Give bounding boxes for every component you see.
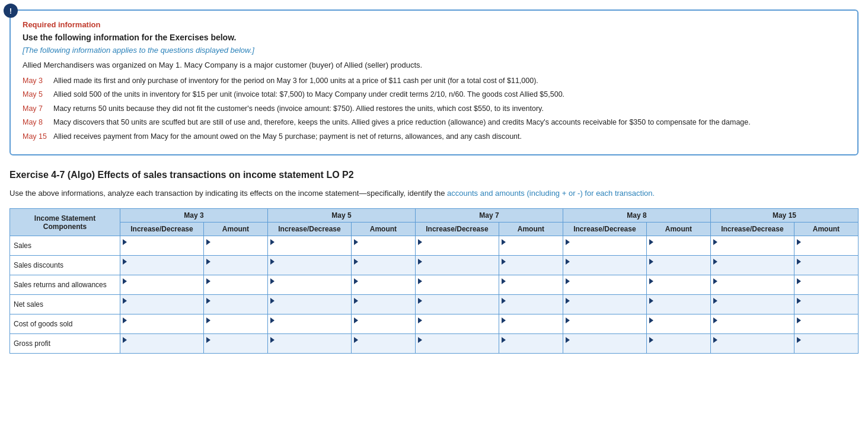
row-1-date1-amount-input[interactable] [354, 265, 413, 274]
row-1-date2-id-cell[interactable] [415, 256, 499, 275]
row-4-date0-id-cell[interactable] [120, 314, 204, 334]
row-0-date3-id-cell[interactable] [563, 236, 646, 256]
row-0-date1-amount-cell[interactable] [351, 236, 415, 256]
row-1-date3-id-input[interactable] [566, 265, 644, 274]
row-2-date4-amount-cell[interactable] [794, 275, 858, 295]
row-1-date3-id-cell[interactable] [563, 256, 646, 275]
row-0-date3-amount-cell[interactable] [646, 236, 710, 256]
row-1-date1-id-input[interactable] [270, 265, 349, 274]
row-1-date4-amount-cell[interactable] [794, 256, 858, 275]
row-4-date1-id-input[interactable] [270, 324, 349, 332]
row-4-date0-amount-cell[interactable] [203, 314, 267, 334]
row-4-date2-id-input[interactable] [418, 324, 496, 332]
row-3-date3-amount-cell[interactable] [646, 295, 710, 314]
row-4-date3-amount-input[interactable] [649, 324, 708, 332]
row-3-date4-amount-cell[interactable] [794, 295, 858, 314]
row-2-date0-id-input[interactable] [123, 285, 201, 293]
row-2-date4-id-cell[interactable] [710, 275, 794, 295]
row-1-date0-id-input[interactable] [123, 265, 201, 274]
row-2-date1-amount-cell[interactable] [351, 275, 415, 295]
row-4-date1-amount-input[interactable] [354, 324, 413, 332]
row-4-date2-amount-cell[interactable] [499, 314, 563, 334]
row-3-date1-id-input[interactable] [270, 304, 349, 313]
row-0-date4-amount-cell[interactable] [794, 236, 858, 256]
row-3-date4-amount-input[interactable] [797, 304, 856, 313]
row-1-date0-amount-cell[interactable] [203, 256, 267, 275]
row-2-date2-amount-cell[interactable] [499, 275, 563, 295]
row-1-date2-amount-cell[interactable] [499, 256, 563, 275]
row-1-date4-id-cell[interactable] [710, 256, 794, 275]
row-5-date2-amount-input[interactable] [502, 344, 560, 352]
row-4-date0-amount-input[interactable] [206, 324, 265, 332]
row-0-date2-amount-cell[interactable] [499, 236, 563, 256]
row-5-date3-amount-input[interactable] [649, 344, 708, 352]
row-4-date0-id-input[interactable] [123, 324, 201, 332]
row-4-date1-id-cell[interactable] [268, 314, 352, 334]
row-1-date3-amount-cell[interactable] [646, 256, 710, 275]
row-0-date0-id-input[interactable] [123, 246, 201, 254]
row-5-date1-amount-input[interactable] [354, 344, 413, 352]
row-4-date2-id-cell[interactable] [415, 314, 499, 334]
row-1-date1-amount-cell[interactable] [351, 256, 415, 275]
row-1-date4-amount-input[interactable] [797, 265, 856, 274]
row-3-date3-id-cell[interactable] [563, 295, 646, 314]
row-2-date2-id-cell[interactable] [415, 275, 499, 295]
row-2-date4-amount-input[interactable] [797, 285, 856, 293]
row-0-date1-id-cell[interactable] [268, 236, 352, 256]
row-2-date2-id-input[interactable] [418, 285, 496, 293]
row-2-date0-id-cell[interactable] [120, 275, 204, 295]
row-4-date2-amount-input[interactable] [502, 324, 560, 332]
row-3-date2-id-input[interactable] [418, 304, 496, 313]
row-4-date4-amount-input[interactable] [797, 324, 856, 332]
row-2-date3-amount-input[interactable] [649, 285, 708, 293]
row-3-date2-amount-input[interactable] [502, 304, 560, 313]
row-5-date3-amount-cell[interactable] [646, 334, 710, 354]
row-1-date4-id-input[interactable] [713, 265, 792, 274]
row-3-date3-id-input[interactable] [566, 304, 644, 313]
row-5-date4-id-input[interactable] [713, 344, 792, 352]
row-5-date1-id-cell[interactable] [268, 334, 352, 354]
row-4-date4-id-input[interactable] [713, 324, 792, 332]
row-0-date2-amount-input[interactable] [502, 246, 560, 254]
row-0-date1-id-input[interactable] [270, 246, 349, 254]
row-2-date3-id-input[interactable] [566, 285, 644, 293]
row-1-date0-amount-input[interactable] [206, 265, 265, 274]
row-5-date0-amount-cell[interactable] [203, 334, 267, 354]
row-2-date1-amount-input[interactable] [354, 285, 413, 293]
row-4-date1-amount-cell[interactable] [351, 314, 415, 334]
row-2-date3-amount-cell[interactable] [646, 275, 710, 295]
row-5-date1-id-input[interactable] [270, 344, 349, 352]
row-3-date4-id-input[interactable] [713, 304, 792, 313]
row-0-date2-id-input[interactable] [418, 246, 496, 254]
row-3-date0-id-input[interactable] [123, 304, 201, 313]
row-0-date4-id-input[interactable] [713, 246, 792, 254]
row-2-date2-amount-input[interactable] [502, 285, 560, 293]
row-5-date3-id-input[interactable] [566, 344, 644, 352]
row-5-date2-amount-cell[interactable] [499, 334, 563, 354]
row-2-date1-id-input[interactable] [270, 285, 349, 293]
row-5-date0-id-input[interactable] [123, 344, 201, 352]
row-5-date0-id-cell[interactable] [120, 334, 204, 354]
row-4-date3-id-input[interactable] [566, 324, 644, 332]
row-2-date0-amount-cell[interactable] [203, 275, 267, 295]
row-0-date4-amount-input[interactable] [797, 246, 856, 254]
row-0-date0-amount-input[interactable] [206, 246, 265, 254]
row-5-date0-amount-input[interactable] [206, 344, 265, 352]
row-2-date0-amount-input[interactable] [206, 285, 265, 293]
row-1-date0-id-cell[interactable] [120, 256, 204, 275]
row-0-date3-amount-input[interactable] [649, 246, 708, 254]
row-0-date1-amount-input[interactable] [354, 246, 413, 254]
row-3-date0-id-cell[interactable] [120, 295, 204, 314]
row-3-date1-amount-cell[interactable] [351, 295, 415, 314]
row-1-date2-amount-input[interactable] [502, 265, 560, 274]
row-0-date3-id-input[interactable] [566, 246, 644, 254]
row-3-date0-amount-input[interactable] [206, 304, 265, 313]
row-1-date2-id-input[interactable] [418, 265, 496, 274]
row-5-date1-amount-cell[interactable] [351, 334, 415, 354]
row-0-date4-id-cell[interactable] [710, 236, 794, 256]
row-1-date1-id-cell[interactable] [268, 256, 352, 275]
row-5-date2-id-input[interactable] [418, 344, 496, 352]
row-3-date3-amount-input[interactable] [649, 304, 708, 313]
row-0-date0-id-cell[interactable] [120, 236, 204, 256]
row-2-date3-id-cell[interactable] [563, 275, 646, 295]
